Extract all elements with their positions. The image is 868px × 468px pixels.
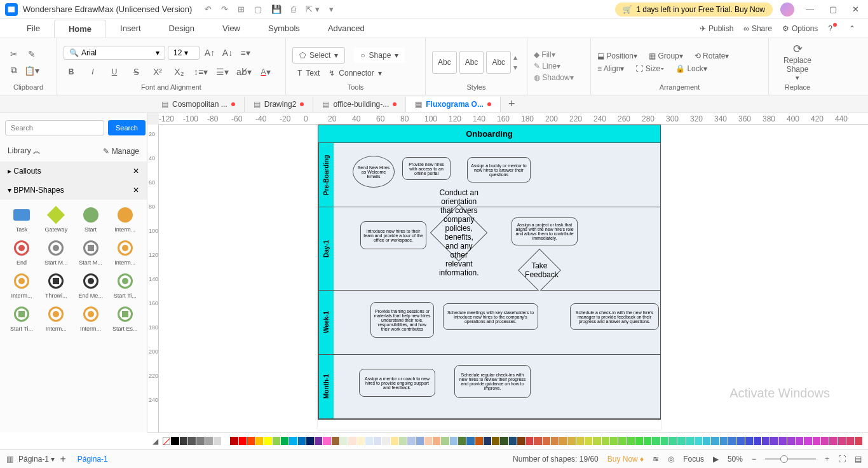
italic-icon[interactable]: I bbox=[85, 64, 100, 79]
line-button[interactable]: ✎ Line▾ bbox=[534, 62, 574, 71]
color-swatch[interactable] bbox=[450, 437, 458, 445]
bullets-icon[interactable]: ☰▾ bbox=[215, 64, 230, 79]
category-callouts[interactable]: ▸ Callouts✕ bbox=[0, 162, 147, 181]
color-swatch[interactable] bbox=[754, 437, 761, 445]
doc-tab-1[interactable]: ▤Drawing2 bbox=[245, 97, 314, 112]
shape-end[interactable]: End bbox=[6, 239, 37, 266]
target-icon[interactable]: ◎ bbox=[668, 455, 674, 464]
open-icon[interactable]: ▢ bbox=[254, 4, 262, 14]
color-swatch[interactable] bbox=[475, 437, 483, 445]
redo-icon[interactable]: ↷ bbox=[221, 4, 228, 14]
color-swatch[interactable] bbox=[273, 437, 280, 445]
color-swatch[interactable] bbox=[188, 437, 196, 445]
color-swatch[interactable] bbox=[230, 437, 238, 445]
flowchart-node[interactable]: Provide new hires with access to an onli… bbox=[402, 157, 451, 180]
manage-button[interactable]: ✎ Manage bbox=[103, 147, 139, 156]
buy-now-link[interactable]: Buy Now ♦ bbox=[607, 455, 644, 464]
color-swatch[interactable] bbox=[745, 437, 753, 445]
font-size-select[interactable]: 12 ▾ bbox=[168, 46, 200, 60]
paste-icon[interactable]: 📋▾ bbox=[24, 63, 39, 78]
color-swatch[interactable] bbox=[711, 437, 719, 445]
color-swatch[interactable] bbox=[433, 437, 440, 445]
shape-startes[interactable]: Start Es... bbox=[110, 305, 140, 332]
shape-interm[interactable]: Interm... bbox=[110, 206, 140, 233]
color-swatch[interactable] bbox=[559, 437, 567, 445]
increase-font-icon[interactable]: A↑ bbox=[202, 45, 217, 60]
focus-button[interactable]: Focus bbox=[683, 455, 704, 464]
share-button[interactable]: ∞ Share bbox=[743, 24, 772, 33]
color-swatch[interactable] bbox=[391, 437, 398, 445]
shadow-button[interactable]: ◍ Shadow▾ bbox=[534, 73, 574, 82]
shape-startm[interactable]: Start M... bbox=[41, 239, 71, 266]
flowchart-node[interactable]: Introduce new hires to their team and pr… bbox=[360, 221, 426, 249]
color-swatch[interactable] bbox=[720, 437, 728, 445]
shape-endme[interactable]: End Me... bbox=[76, 272, 106, 299]
color-swatch[interactable] bbox=[323, 437, 330, 445]
color-swatch[interactable] bbox=[736, 437, 744, 445]
color-swatch[interactable] bbox=[568, 437, 576, 445]
font-color-icon[interactable]: A▾ bbox=[258, 64, 273, 79]
color-swatch[interactable] bbox=[627, 437, 635, 445]
color-swatch[interactable] bbox=[484, 437, 491, 445]
publish-button[interactable]: ✈ Publish bbox=[700, 24, 733, 33]
collapse-ribbon-icon[interactable]: ⌃ bbox=[849, 24, 855, 33]
decrease-font-icon[interactable]: A↓ bbox=[220, 45, 235, 60]
zoom-in-icon[interactable]: + bbox=[825, 455, 829, 464]
panel-icon[interactable]: ▤ bbox=[855, 455, 862, 464]
color-swatch[interactable] bbox=[770, 437, 778, 445]
align-menu-icon[interactable]: ≡▾ bbox=[238, 45, 253, 60]
color-swatch[interactable] bbox=[374, 437, 381, 445]
color-swatch[interactable] bbox=[838, 437, 846, 445]
color-swatch[interactable] bbox=[365, 437, 373, 445]
add-page-button[interactable]: + bbox=[60, 453, 65, 465]
trial-banner[interactable]: 🛒 1 days left in your Free Trial. Buy No… bbox=[615, 3, 773, 17]
save-icon[interactable]: 💾 bbox=[271, 4, 281, 14]
maximize-button[interactable]: ▢ bbox=[825, 4, 841, 14]
print-icon[interactable]: ⎙ bbox=[291, 4, 296, 14]
color-swatch[interactable] bbox=[813, 437, 820, 445]
color-dropper-icon[interactable]: ◢ bbox=[153, 437, 158, 446]
color-swatch[interactable] bbox=[551, 437, 559, 445]
color-swatch[interactable] bbox=[264, 437, 271, 445]
color-swatch[interactable] bbox=[846, 437, 854, 445]
shape-start[interactable]: Start bbox=[76, 206, 106, 233]
color-swatch[interactable] bbox=[618, 437, 626, 445]
color-swatch[interactable] bbox=[247, 437, 255, 445]
zoom-level[interactable]: 50% bbox=[728, 455, 743, 464]
menu-home[interactable]: Home bbox=[54, 20, 106, 38]
lane-pre-boarding[interactable]: Pre-BoardingSend New Hires as Welcome Em… bbox=[318, 143, 660, 207]
menu-view[interactable]: View bbox=[208, 20, 254, 37]
flowchart-node[interactable]: Assign a project or task that aligns wit… bbox=[512, 217, 578, 245]
color-swatch[interactable] bbox=[804, 437, 811, 445]
flowchart-node[interactable]: Schedule a check-in with the new hire's … bbox=[570, 303, 659, 330]
help-button[interactable]: ? bbox=[828, 24, 839, 33]
color-swatch[interactable] bbox=[399, 437, 407, 445]
color-swatch[interactable] bbox=[281, 437, 288, 445]
replace-shape-button[interactable]: ⟳ Replace Shape ▾ bbox=[775, 42, 820, 83]
options-button[interactable]: ⚙ Options bbox=[782, 24, 818, 33]
color-swatch[interactable] bbox=[340, 437, 348, 445]
zoom-out-icon[interactable]: − bbox=[752, 455, 756, 464]
strike-icon[interactable]: S̶ bbox=[128, 64, 144, 79]
color-swatch[interactable] bbox=[728, 437, 736, 445]
color-swatch[interactable] bbox=[677, 437, 685, 445]
color-swatch[interactable] bbox=[492, 437, 499, 445]
color-swatch[interactable] bbox=[466, 437, 474, 445]
color-swatch[interactable] bbox=[306, 437, 314, 445]
color-swatch[interactable] bbox=[196, 437, 204, 445]
shape-interm[interactable]: Interm... bbox=[76, 305, 106, 332]
text-tool-button[interactable]: T Text bbox=[292, 69, 320, 78]
lane-month-1[interactable]: Month-1Assign a mentor or coach to new h… bbox=[318, 355, 660, 419]
flowchart-node[interactable]: Schedule meetings with key stakeholders … bbox=[443, 303, 538, 330]
undo-icon[interactable]: ↶ bbox=[205, 4, 212, 14]
color-swatch[interactable] bbox=[416, 437, 424, 445]
color-swatch[interactable] bbox=[829, 437, 837, 445]
color-swatch[interactable] bbox=[357, 437, 365, 445]
color-swatch[interactable] bbox=[255, 437, 263, 445]
color-swatch[interactable] bbox=[686, 437, 694, 445]
doc-tab-0[interactable]: ▤Cosmopolitan ... bbox=[153, 97, 245, 112]
shape-startti[interactable]: Start Ti... bbox=[6, 305, 37, 332]
color-swatch[interactable] bbox=[534, 437, 541, 445]
category-bpmn[interactable]: ▾ BPMN-Shapes✕ bbox=[0, 181, 147, 200]
size-button[interactable]: ⛶ Size▾ bbox=[635, 64, 664, 73]
